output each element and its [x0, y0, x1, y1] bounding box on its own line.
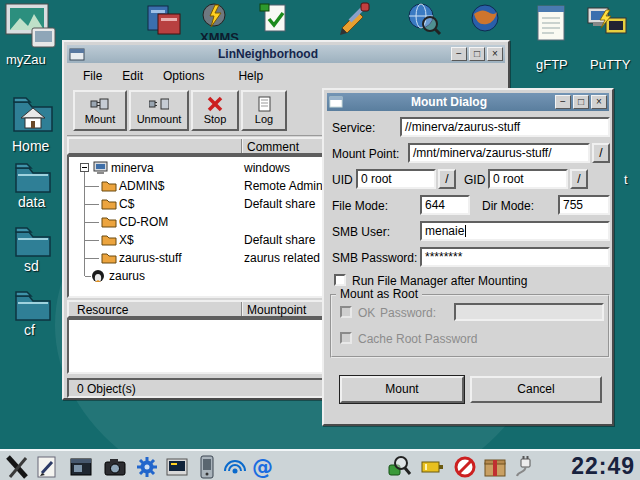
unmount-toolbar-label: Unmount: [137, 113, 182, 125]
cache-root-password-checkbox[interactable]: [340, 332, 352, 344]
uid-input[interactable]: 0 root: [356, 169, 436, 189]
window-title: LinNeighborhood: [87, 47, 449, 61]
folder-icon: [14, 158, 52, 194]
column-divider[interactable]: [241, 302, 243, 316]
tree-comment: Remote Admin: [244, 179, 323, 193]
smbpassword-input[interactable]: ********: [420, 247, 610, 267]
desktop-icon-xmms[interactable]: [198, 2, 230, 30]
desktop-icon-myzaurus[interactable]: [4, 2, 58, 50]
taskbar-mail-button[interactable]: @: [250, 454, 276, 480]
taskbar-camera-button[interactable]: [102, 454, 128, 480]
stop-toolbar-button[interactable]: Stop: [191, 90, 239, 131]
root-ok-checkbox[interactable]: [340, 306, 352, 318]
desktop-icon-cf[interactable]: [14, 286, 52, 322]
gid-input[interactable]: 0 root: [488, 169, 568, 189]
close-button[interactable]: ×: [591, 95, 607, 109]
desktop-icon-label-home[interactable]: Home: [12, 138, 49, 154]
gid-browse-button[interactable]: /: [570, 169, 588, 189]
taskbar-package-applet[interactable]: [482, 454, 508, 480]
mountpoint-input[interactable]: /mnt/minerva/zaurus-stuff/: [408, 143, 590, 163]
run-filemanager-checkbox[interactable]: [334, 274, 346, 286]
mountpoint-browse-button[interactable]: /: [592, 143, 610, 163]
folder-icon: [101, 197, 117, 210]
desktop-icon-label-myzaurus[interactable]: myZau: [6, 52, 46, 67]
home-folder-icon: [12, 92, 54, 134]
desktop-icon-label-sd[interactable]: sd: [24, 258, 39, 274]
desktop-icon-filemanager[interactable]: [146, 2, 182, 38]
taskbar-settings-button[interactable]: [134, 454, 160, 480]
camera-icon: [102, 454, 128, 480]
host-icon: [93, 161, 109, 175]
taskbar-blocked-applet[interactable]: [452, 454, 478, 480]
desktop-icon-putty[interactable]: [586, 4, 630, 42]
smbuser-input[interactable]: menaie: [420, 221, 610, 241]
desktop-icon-web-search[interactable]: [406, 2, 442, 38]
maximize-button[interactable]: □: [573, 95, 589, 109]
resource-column-header[interactable]: Resource: [77, 303, 128, 317]
taskbar-wireless-button[interactable]: [222, 454, 248, 480]
log-toolbar-button[interactable]: Log: [241, 90, 287, 131]
taskbar-search-applet[interactable]: [386, 454, 412, 480]
filemode-input[interactable]: 644: [420, 195, 470, 215]
root-password-input: [454, 303, 604, 321]
close-button[interactable]: ×: [487, 47, 503, 61]
tree-comment: Default share: [244, 197, 315, 211]
mount-toolbar-button[interactable]: Mount: [73, 90, 127, 131]
mountpoint-label: Mount Point:: [332, 147, 399, 161]
blocked-icon: [452, 454, 478, 480]
comment-column-header[interactable]: Comment: [247, 140, 299, 154]
desktop-icon-gftp[interactable]: [534, 2, 568, 44]
menu-help[interactable]: Help: [228, 66, 273, 86]
desktop-icon-home[interactable]: [12, 92, 54, 134]
desktop-icon-data[interactable]: [14, 158, 52, 194]
menu-edit[interactable]: Edit: [112, 66, 153, 86]
myzaurus-icon: [4, 2, 58, 50]
desktop-icon-sd[interactable]: [14, 222, 52, 258]
collapse-icon[interactable]: [80, 163, 89, 172]
menu-file[interactable]: File: [73, 66, 112, 86]
unmount-toolbar-button[interactable]: Unmount: [129, 90, 189, 131]
taskbar-battery-applet[interactable]: [420, 454, 446, 480]
desktop-icon-label-putty[interactable]: PuTTY: [590, 57, 630, 72]
service-input[interactable]: //minerva/zaurus-stuff: [400, 117, 610, 137]
desktop-icon-tools[interactable]: [336, 2, 370, 36]
xmms-icon: [198, 2, 230, 30]
taskbar-plug-applet[interactable]: [512, 454, 538, 480]
mount-button[interactable]: Mount: [340, 376, 464, 403]
taskbar-pda-button[interactable]: [194, 454, 220, 480]
minimize-button[interactable]: −: [555, 95, 571, 109]
smbuser-label: SMB User:: [332, 225, 390, 239]
dialog-titlebar[interactable]: Mount Dialog − □ ×: [327, 93, 609, 111]
taskbar-screenshot-button[interactable]: [68, 454, 94, 480]
menu-options[interactable]: Options: [153, 66, 214, 86]
desktop-icon-browser[interactable]: [468, 2, 504, 38]
tree-comment: Default share: [244, 233, 315, 247]
plug-icon: [512, 454, 538, 480]
minimize-button[interactable]: −: [451, 47, 467, 61]
desktop-icon-label-data[interactable]: data: [18, 194, 45, 210]
folder-icon: [14, 222, 52, 258]
taskbar-xfree86-button[interactable]: [4, 454, 30, 480]
taskbar-terminal-button[interactable]: [164, 454, 190, 480]
desktop-icon-checkmark[interactable]: [258, 2, 290, 34]
desktop-icon-label-gftp[interactable]: gFTP: [536, 57, 568, 72]
window-titlebar[interactable]: LinNeighborhood − □ ×: [67, 45, 505, 63]
pda-icon: [194, 454, 220, 480]
dirmode-input[interactable]: 755: [558, 195, 610, 215]
maximize-button[interactable]: □: [469, 47, 485, 61]
taskbar-editor-button[interactable]: [34, 454, 60, 480]
mountpoint-column-header[interactable]: Mountpoint: [247, 303, 306, 317]
package-icon: [482, 454, 508, 480]
folder-icon: [101, 233, 117, 246]
desktop-icon-label-cf[interactable]: cf: [24, 322, 35, 338]
cancel-button[interactable]: Cancel: [470, 376, 602, 403]
tree-label: ADMIN$: [119, 179, 164, 193]
partial-desktop-label: t: [624, 172, 628, 187]
column-divider[interactable]: [241, 139, 243, 153]
editor-pen-icon: [34, 454, 60, 480]
stop-toolbar-label: Stop: [204, 113, 227, 125]
uid-browse-button[interactable]: /: [438, 169, 456, 189]
mount-toolbar-label: Mount: [85, 113, 116, 125]
unmount-icon: [149, 96, 169, 112]
filemode-label: File Mode:: [332, 199, 388, 213]
